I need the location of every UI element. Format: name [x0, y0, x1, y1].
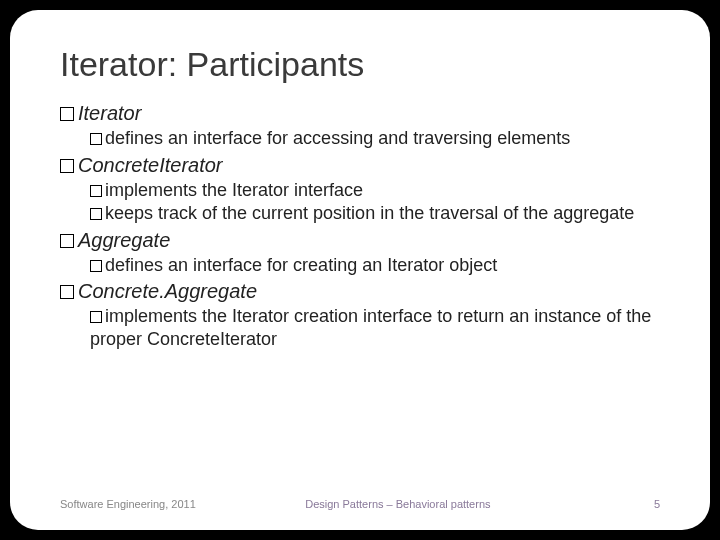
participant-name: Aggregate — [78, 229, 170, 251]
bullet-icon — [90, 133, 102, 145]
bullet-icon — [90, 208, 102, 220]
participant-desc-text: defines an interface for accessing and t… — [105, 128, 570, 148]
participant-concreteaggregate-desc: implements the Iterator creation interfa… — [90, 305, 660, 350]
participant-aggregate-desc: defines an interface for creating an Ite… — [90, 254, 660, 277]
participant-desc-text: implements the Iterator interface — [105, 180, 363, 200]
participant-name: ConcreteIterator — [78, 154, 223, 176]
bullet-icon — [60, 107, 74, 121]
participant-name: Concrete.Aggregate — [78, 280, 257, 302]
slide-footer: Software Engineering, 2011 Design Patter… — [60, 498, 660, 510]
slide-content: Iterator defines an interface for access… — [60, 98, 660, 490]
participant-aggregate: Aggregate — [60, 229, 660, 252]
bullet-icon — [60, 159, 74, 173]
bullet-icon — [90, 260, 102, 272]
footer-left: Software Engineering, 2011 — [60, 498, 196, 510]
bullet-icon — [90, 311, 102, 323]
bullet-icon — [60, 285, 74, 299]
slide-title: Iterator: Participants — [60, 45, 660, 84]
slide: Iterator: Participants Iterator defines … — [10, 10, 710, 530]
footer-center: Design Patterns – Behavioral patterns — [196, 498, 600, 510]
participant-name: Iterator — [78, 102, 141, 124]
participant-desc-text: keeps track of the current position in t… — [105, 203, 634, 223]
participant-iterator: Iterator — [60, 102, 660, 125]
participant-desc-text: implements the Iterator creation interfa… — [90, 306, 651, 349]
participant-concreteaggregate: Concrete.Aggregate — [60, 280, 660, 303]
participant-concreteiterator: ConcreteIterator — [60, 154, 660, 177]
participant-concreteiterator-desc2: keeps track of the current position in t… — [90, 202, 660, 225]
participant-iterator-desc: defines an interface for accessing and t… — [90, 127, 660, 150]
participant-desc-text: defines an interface for creating an Ite… — [105, 255, 497, 275]
bullet-icon — [90, 185, 102, 197]
participant-concreteiterator-desc1: implements the Iterator interface — [90, 179, 660, 202]
footer-page-number: 5 — [600, 498, 660, 510]
bullet-icon — [60, 234, 74, 248]
